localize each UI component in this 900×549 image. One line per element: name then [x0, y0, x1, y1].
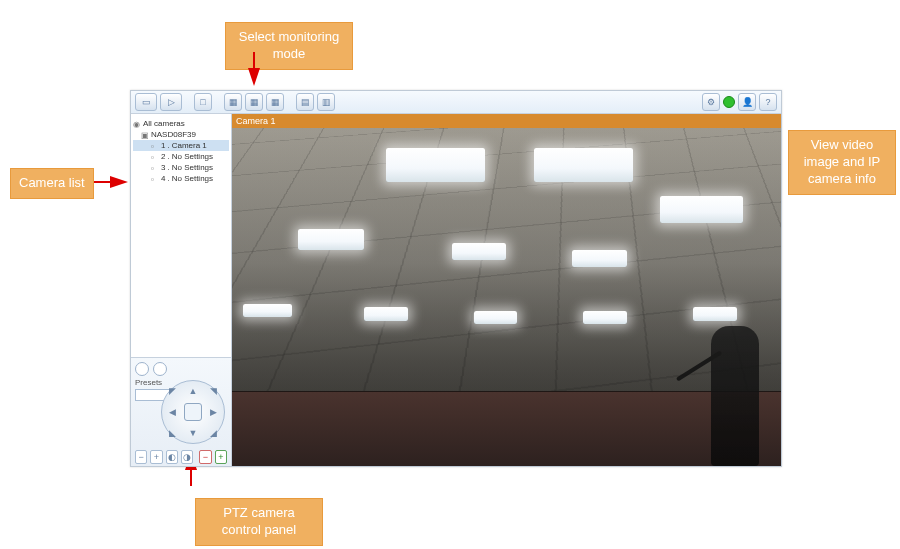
main-view: Camera 1: [232, 114, 781, 466]
callout-ptz-panel: PTZ camera control panel: [195, 498, 323, 546]
tree-item-label: No Settings: [172, 152, 213, 161]
callout-monitoring-mode: Select monitoring mode: [225, 22, 353, 70]
tree-root[interactable]: ◉ All cameras: [133, 118, 229, 129]
play-button[interactable]: ▷: [160, 93, 182, 111]
ptz-panel: Presets ◤ ▲ ◥ ◀ ▶ ◣ ▼ ◢ − + ◐ ◑: [131, 357, 231, 466]
ptz-right[interactable]: ▶: [210, 407, 217, 417]
ptz-down-right[interactable]: ◢: [210, 428, 217, 438]
server-icon: ▣: [141, 131, 149, 139]
sidebar: ◉ All cameras ▣ NASD08F39 ▫ 1. Camera 1 …: [131, 114, 232, 466]
user-button[interactable]: 👤: [738, 93, 756, 111]
record-icon[interactable]: [135, 362, 149, 376]
tree-camera-3[interactable]: ▫ 3. No Settings: [133, 162, 229, 173]
tree-server-label: NASD08F39: [151, 130, 196, 139]
layout-2x2-button[interactable]: ▦: [224, 93, 242, 111]
globe-icon: ◉: [133, 120, 141, 128]
preset-delete-button[interactable]: −: [199, 450, 211, 464]
camera-tree[interactable]: ◉ All cameras ▣ NASD08F39 ▫ 1. Camera 1 …: [131, 114, 231, 357]
audio-icon[interactable]: [153, 362, 167, 376]
tree-camera-4[interactable]: ▫ 4. No Settings: [133, 173, 229, 184]
ptz-down-left[interactable]: ◣: [169, 428, 176, 438]
app-window: ▭ ▷ □ ▦ ▦ ▦ ▤ ▥ ⚙ 👤 ? ◉ All cameras ▣ NA…: [130, 90, 782, 467]
arrow-down-icon: [248, 68, 260, 86]
monitor-button[interactable]: ▭: [135, 93, 157, 111]
layout-single-button[interactable]: □: [194, 93, 212, 111]
layout-4x4-button[interactable]: ▦: [266, 93, 284, 111]
camera-icon: ▫: [151, 142, 159, 150]
help-button[interactable]: ?: [759, 93, 777, 111]
tree-camera-1[interactable]: ▫ 1. Camera 1: [133, 140, 229, 151]
tree-item-idx: 3: [161, 163, 165, 172]
tree-item-label: No Settings: [172, 174, 213, 183]
ptz-home[interactable]: [184, 403, 202, 421]
tree-item-idx: 4: [161, 174, 165, 183]
camera-header-label: Camera 1: [236, 116, 276, 126]
zoom-out-button[interactable]: −: [135, 450, 147, 464]
callout-video-info: View video image and IP camera info: [788, 130, 896, 195]
camera-icon: ▫: [151, 153, 159, 161]
ptz-dpad: ◤ ▲ ◥ ◀ ▶ ◣ ▼ ◢: [161, 380, 225, 444]
settings-button[interactable]: ⚙: [702, 93, 720, 111]
camera-icon: ▫: [151, 164, 159, 172]
ptz-left[interactable]: ◀: [169, 407, 176, 417]
layout-multi-button[interactable]: ▥: [317, 93, 335, 111]
video-feed[interactable]: [232, 128, 781, 466]
tree-item-idx: 1: [161, 141, 165, 150]
layout-seq-button[interactable]: ▤: [296, 93, 314, 111]
toolbar: ▭ ▷ □ ▦ ▦ ▦ ▤ ▥ ⚙ 👤 ?: [131, 91, 781, 114]
callout-camera-list: Camera list: [10, 168, 94, 199]
camera-header[interactable]: Camera 1: [232, 114, 781, 128]
tree-camera-2[interactable]: ▫ 2. No Settings: [133, 151, 229, 162]
zoom-in-button[interactable]: +: [150, 450, 162, 464]
tree-item-idx: 2: [161, 152, 165, 161]
camera-icon: ▫: [151, 175, 159, 183]
ptz-down[interactable]: ▼: [189, 428, 198, 438]
preset-add-button[interactable]: +: [215, 450, 227, 464]
layout-3x3-button[interactable]: ▦: [245, 93, 263, 111]
person-silhouette: [711, 326, 759, 466]
focus-near-button[interactable]: ◐: [166, 450, 178, 464]
tree-item-label: No Settings: [172, 163, 213, 172]
tree-server[interactable]: ▣ NASD08F39: [133, 129, 229, 140]
tree-item-label: Camera 1: [172, 141, 207, 150]
arrow-right-icon: [110, 176, 128, 188]
ptz-up-left[interactable]: ◤: [169, 386, 176, 396]
ptz-up[interactable]: ▲: [189, 386, 198, 396]
ptz-up-right[interactable]: ◥: [210, 386, 217, 396]
tree-root-label: All cameras: [143, 119, 185, 128]
status-indicator-icon: [723, 96, 735, 108]
focus-far-button[interactable]: ◑: [181, 450, 193, 464]
